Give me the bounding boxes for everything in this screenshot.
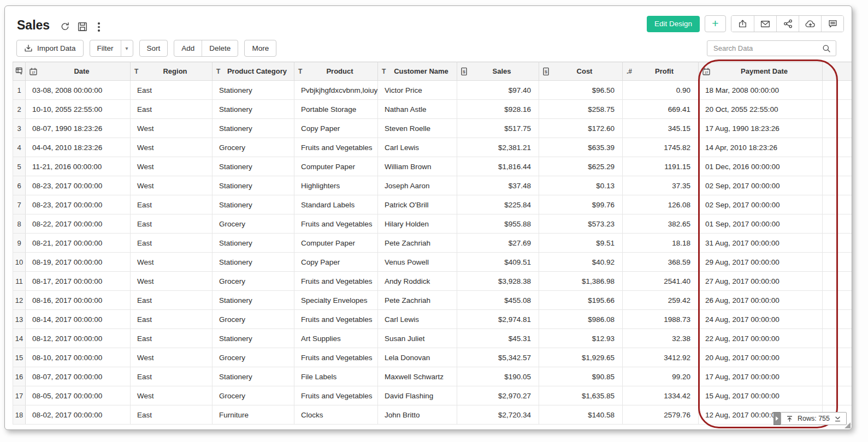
column-header-date[interactable]: 17Date	[26, 62, 131, 81]
cell-region[interactable]: East	[131, 214, 212, 234]
row-number-cell[interactable]: 12	[13, 291, 26, 310]
cell-payment-date[interactable]: 15 Aug, 2017 00:00:00	[699, 386, 823, 405]
cell-cost[interactable]: $625.29	[539, 157, 623, 176]
cell-profit[interactable]: 382.65	[623, 214, 699, 234]
cell-profit[interactable]: 669.41	[623, 100, 699, 119]
cell-cost[interactable]: $0.13	[539, 176, 623, 195]
column-header-product-category[interactable]: TProduct Category	[212, 62, 294, 81]
cell-profit[interactable]: 1988.73	[623, 310, 699, 329]
cell-region[interactable]: East	[131, 367, 212, 386]
column-header-product[interactable]: TProduct	[294, 62, 378, 81]
cell-sales[interactable]: $928.16	[457, 100, 539, 119]
cell-payment-date[interactable]: 01 Sep, 2017 00:00:00	[699, 214, 823, 234]
cell-cost[interactable]: $195.66	[539, 291, 623, 310]
cell-region[interactable]: West	[131, 176, 212, 195]
cell-sales[interactable]: $955.88	[457, 214, 539, 234]
cell-date[interactable]: 08-21, 2017 00:00:00	[26, 234, 131, 253]
cell-region[interactable]: East	[131, 100, 212, 119]
mail-icon[interactable]	[754, 16, 776, 32]
cell-product[interactable]: Portable Storage	[294, 100, 378, 119]
cell-sales[interactable]: $3,928.38	[457, 272, 539, 291]
scroll-to-bottom-icon[interactable]	[834, 415, 841, 422]
cell-date[interactable]: 08-23, 2017 00:00:00	[26, 176, 131, 195]
cell-cost[interactable]: $99.76	[539, 195, 623, 214]
row-number-cell[interactable]: 5	[13, 157, 26, 176]
row-number-cell[interactable]: 2	[13, 100, 26, 119]
cell-product-category[interactable]: Stationery	[212, 119, 294, 138]
cell-sales[interactable]: $97.40	[457, 81, 539, 100]
cell-payment-date[interactable]: 31 Aug, 2017 00:00:00	[699, 234, 823, 253]
cell-product[interactable]: Fruits and Vegetables	[294, 272, 378, 291]
cell-product-category[interactable]: Stationery	[212, 367, 294, 386]
cell-date[interactable]: 08-16, 2017 00:00:00	[26, 291, 131, 310]
cell-payment-date[interactable]: 02 Sep, 2017 00:00:00	[699, 195, 823, 214]
scroll-to-top-icon[interactable]	[786, 415, 793, 422]
cell-customer-name[interactable]: William Brown	[378, 157, 457, 176]
row-number-cell[interactable]: 7	[13, 195, 26, 214]
cell-customer-name[interactable]: Carl Lewis	[378, 138, 457, 157]
cell-product-category[interactable]: Grocery	[212, 348, 294, 367]
row-number-cell[interactable]: 6	[13, 176, 26, 195]
import-data-button[interactable]: Import Data	[16, 40, 84, 57]
cell-profit[interactable]: 99.20	[623, 367, 699, 386]
cell-payment-date[interactable]: 14 Apr, 2010 18:23:26	[699, 138, 823, 157]
row-number-cell[interactable]: 15	[13, 348, 26, 367]
cell-region[interactable]: West	[131, 253, 212, 272]
cell-date[interactable]: 08-02, 2017 00:00:00	[26, 405, 131, 425]
row-number-cell[interactable]: 16	[13, 367, 26, 386]
filter-dropdown[interactable]: ▾	[121, 40, 133, 56]
cell-profit[interactable]: 259.42	[623, 291, 699, 310]
cell-customer-name[interactable]: Carl Lewis	[378, 310, 457, 329]
cell-customer-name[interactable]: Andy Roddick	[378, 272, 457, 291]
cell-product[interactable]: Computer Paper	[294, 234, 378, 253]
cell-profit[interactable]: 126.08	[623, 195, 699, 214]
cell-product-category[interactable]: Grocery	[212, 138, 294, 157]
cell-date[interactable]: 03-08, 2008 00:00:00	[26, 81, 131, 100]
cell-date[interactable]: 08-07, 1990 18:23:26	[26, 119, 131, 138]
cell-region[interactable]: West	[131, 272, 212, 291]
cell-profit[interactable]: 2579.76	[623, 405, 699, 425]
row-number-cell[interactable]: 17	[13, 386, 26, 405]
share-icon[interactable]	[776, 16, 799, 32]
cell-payment-date[interactable]: 26 Aug, 2017 00:00:00	[699, 291, 823, 310]
cell-cost[interactable]: $9.51	[539, 234, 623, 253]
cell-sales[interactable]: $190.05	[457, 367, 539, 386]
cell-product-category[interactable]: Stationery	[212, 195, 294, 214]
cell-product-category[interactable]: Stationery	[212, 176, 294, 195]
cell-product[interactable]: Fruits and Vegetables	[294, 138, 378, 157]
cell-product-category[interactable]: Grocery	[212, 272, 294, 291]
cell-region[interactable]: West	[131, 138, 212, 157]
cell-product[interactable]: Fruits and Vegetables	[294, 310, 378, 329]
edit-design-button[interactable]: Edit Design	[647, 16, 700, 32]
cell-sales[interactable]: $2,720.34	[457, 405, 539, 425]
cell-payment-date[interactable]: 17 Aug, 1990 18:23:26	[699, 119, 823, 138]
cell-sales[interactable]: $45.31	[457, 329, 539, 348]
cell-date[interactable]: 08-05, 2017 00:00:00	[26, 386, 131, 405]
cell-customer-name[interactable]: Lela Donovan	[378, 348, 457, 367]
comment-icon[interactable]	[821, 16, 843, 32]
cell-date[interactable]: 08-22, 2017 00:00:00	[26, 214, 131, 234]
cell-cost[interactable]: $1,635.85	[539, 386, 623, 405]
cell-profit[interactable]: 3412.92	[623, 348, 699, 367]
cell-payment-date[interactable]: 29 Aug, 2017 00:00:00	[699, 253, 823, 272]
row-number-cell[interactable]: 11	[13, 272, 26, 291]
cell-customer-name[interactable]: Pete Zachriah	[378, 291, 457, 310]
column-header-customer-name[interactable]: TCustomer Name	[378, 62, 457, 81]
cell-customer-name[interactable]: Susan Juliet	[378, 329, 457, 348]
cell-cost[interactable]: $96.50	[539, 81, 623, 100]
kebab-menu-icon[interactable]	[95, 21, 103, 33]
cell-region[interactable]: West	[131, 386, 212, 405]
cell-product[interactable]: Highlighters	[294, 176, 378, 195]
cell-cost[interactable]: $140.58	[539, 405, 623, 425]
cell-profit[interactable]: 32.38	[623, 329, 699, 348]
cell-product-category[interactable]: Stationery	[212, 253, 294, 272]
cell-profit[interactable]: 368.59	[623, 253, 699, 272]
cell-customer-name[interactable]: Venus Powell	[378, 253, 457, 272]
cell-payment-date[interactable]: 20 Oct, 2055 22:55:00	[699, 100, 823, 119]
cell-cost[interactable]: $258.75	[539, 100, 623, 119]
search-input[interactable]	[707, 44, 822, 52]
cell-product[interactable]: Clocks	[294, 405, 378, 425]
cell-customer-name[interactable]: Nathan Astle	[378, 100, 457, 119]
cell-date[interactable]: 08-14, 2017 00:00:00	[26, 310, 131, 329]
row-number-cell[interactable]: 1	[13, 81, 26, 100]
